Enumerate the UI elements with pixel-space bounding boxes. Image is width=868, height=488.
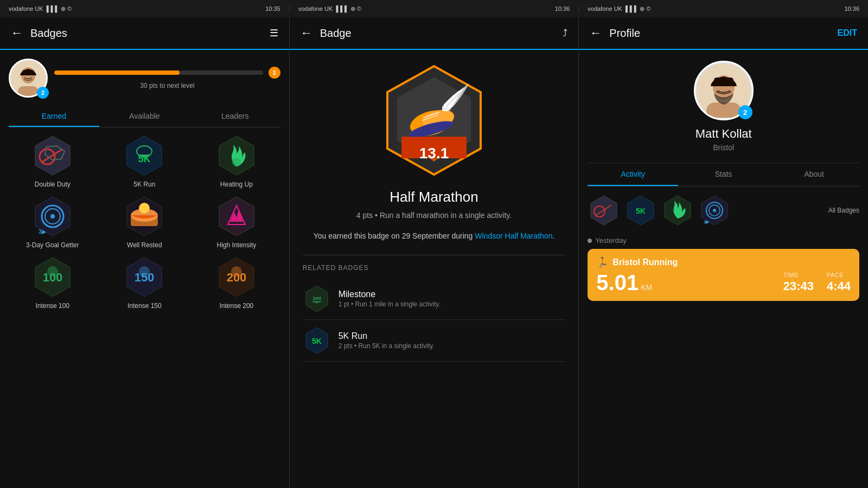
time-label: TIME	[783, 272, 799, 278]
badge-high-intensity-label: High Intensity	[217, 241, 257, 249]
badge-earned-text: You earned this badge on 29 September du…	[314, 230, 555, 242]
time-3: 10:36	[844, 5, 859, 12]
svg-rect-2	[18, 86, 39, 96]
svg-point-27	[47, 266, 58, 277]
badge-double-duty[interactable]: Double Duty	[9, 134, 97, 188]
distance-value: 5.01	[596, 272, 639, 293]
distance-stat: 5.01 KM	[596, 272, 652, 293]
profile-level-badge: 2	[738, 105, 752, 119]
profile-badge-1[interactable]	[588, 194, 620, 227]
activity-section: Yesterday 🏃 Bristol Running 5.01 KM	[588, 234, 859, 301]
badge-3day-goal[interactable]: 3▶ 3-Day Goal Getter	[9, 195, 97, 249]
related-5k-pts: 2 pts • Run 5K in a single activity.	[339, 342, 435, 350]
pace-value: 4:44	[827, 279, 851, 293]
badge-double-duty-label: Double Duty	[35, 181, 71, 188]
svg-point-14	[232, 158, 241, 166]
badges-profile-summary: 2 3 30 pts to next level	[9, 59, 280, 98]
activity-card-header: 🏃 Bristol Running	[596, 256, 851, 268]
badge-3day-label: 3-Day Goal Getter	[26, 241, 79, 249]
profile-badge-4[interactable]: 3▶	[698, 194, 731, 227]
filter-icon[interactable]: ☰	[270, 27, 278, 39]
progress-section: 3 30 pts to next level	[54, 67, 280, 89]
all-badges-link[interactable]: All Badges	[828, 207, 859, 214]
profile-location: Bristol	[713, 143, 734, 152]
badge-intense-100-label: Intense 100	[35, 302, 69, 310]
user-level-badge: 2	[37, 87, 49, 99]
badges-screen: ← Badges ☰	[0, 17, 290, 488]
badge-detail-panel: 13.1 Half Marathon	[290, 50, 579, 488]
edit-button[interactable]: EDIT	[838, 28, 857, 38]
badge-heating-up-label: Heating Up	[220, 181, 253, 188]
badge-high-intensity[interactable]: High Intensity	[193, 195, 280, 249]
svg-point-23	[139, 203, 150, 214]
badge-detail-header: ← Badge ⤴	[290, 17, 579, 50]
profile-tab-about[interactable]: About	[769, 163, 859, 186]
badges-back-button[interactable]: ←	[11, 26, 23, 40]
svg-text:3▶: 3▶	[39, 229, 47, 235]
badge-intense-200-label: Intense 200	[220, 302, 254, 310]
activity-card[interactable]: 🏃 Bristol Running 5.01 KM TIME 23:43	[588, 249, 859, 301]
profile-badge-3[interactable]	[661, 194, 694, 227]
badge-intense-200[interactable]: 200 Intense 200	[193, 255, 280, 310]
status-bar: vodafone UK ▌▌▌ ⊕ © 10:35 vodafone UK ▌▌…	[0, 0, 868, 17]
related-milestone-icon: 1mi	[303, 285, 331, 313]
pace-stat: PACE 4:44	[827, 272, 851, 293]
time-stat: TIME 23:43	[783, 272, 814, 293]
badge-heating-up[interactable]: Heating Up	[193, 134, 280, 188]
profile-name: Matt Kollat	[695, 127, 752, 141]
svg-marker-24	[219, 197, 254, 236]
profile-badge-2[interactable]: 5K	[624, 194, 657, 227]
svg-text:5K: 5K	[312, 337, 322, 345]
stats-side: TIME 23:43 PACE 4:44	[783, 272, 851, 293]
badge-well-rested[interactable]: Well Rested	[101, 195, 189, 249]
badge-detail-back-button[interactable]: ←	[301, 26, 312, 40]
windsor-link[interactable]: Windsor Half Marathon	[475, 232, 552, 240]
profile-back-button[interactable]: ←	[590, 26, 602, 40]
distance-unit: KM	[641, 283, 652, 292]
badge-5k-run[interactable]: 5K 5K Run	[101, 134, 189, 188]
badges-header: ← Badges ☰	[0, 17, 289, 50]
activity-card-title: Bristol Running	[612, 258, 678, 267]
related-milestone-info: Milestone 1 pt • Run 1 mile in a single …	[339, 290, 441, 308]
badge-main-image: 13.1	[374, 61, 494, 180]
badge-detail-screen: ← Badge ⤴ 13.1	[290, 17, 579, 488]
carrier-1: vodafone UK ▌▌▌ ⊕ ©	[9, 5, 72, 12]
badge-intense-100[interactable]: 100 Intense 100	[9, 255, 97, 310]
progress-bar-fill	[54, 70, 180, 75]
svg-text:13.1: 13.1	[419, 145, 449, 162]
yesterday-label: Yesterday	[588, 236, 859, 245]
badge-name-title: Half Marathon	[390, 189, 478, 206]
activity-stats: 5.01 KM TIME 23:43 PACE 4:44	[596, 272, 851, 293]
carrier-2: vodafone UK ▌▌▌ ⊕ ©	[298, 5, 361, 12]
badge-intense-150[interactable]: 150 Intense 150	[101, 255, 189, 310]
badges-avatar-wrapper: 2	[9, 59, 48, 98]
yesterday-dot	[588, 239, 592, 243]
next-level-badge: 3	[269, 67, 280, 79]
badge-5k-label: 5K Run	[133, 181, 155, 188]
pts-to-next: 30 pts to next level	[54, 82, 280, 89]
badge-description: 4 pts • Run a half marathon in a single …	[356, 210, 512, 221]
related-badge-milestone[interactable]: 1mi Milestone 1 pt • Run 1 mile in a sin…	[303, 278, 566, 320]
badge-well-rested-label: Well Rested	[127, 241, 162, 249]
profile-title: Profile	[609, 27, 837, 40]
badge-detail-title: Badge	[320, 27, 558, 40]
share-icon[interactable]: ⤴	[563, 28, 567, 39]
profile-avatar-wrapper: 2	[694, 61, 754, 120]
tab-available[interactable]: Available	[99, 106, 190, 127]
tab-earned[interactable]: Earned	[9, 106, 99, 127]
tab-leaders[interactable]: Leaders	[190, 106, 280, 127]
progress-bar-bg	[54, 70, 263, 75]
svg-text:5K: 5K	[636, 207, 646, 215]
related-5k-name: 5K Run	[339, 331, 435, 341]
related-5k-info: 5K Run 2 pts • Run 5K in a single activi…	[339, 331, 435, 350]
svg-point-63	[713, 209, 716, 212]
related-badge-5k[interactable]: 5K 5K Run 2 pts • Run 5K in a single act…	[303, 320, 566, 362]
profile-tab-stats[interactable]: Stats	[678, 163, 769, 186]
related-5k-icon: 5K	[303, 326, 331, 355]
screens-container: ← Badges ☰	[0, 17, 868, 488]
badge-grid: Double Duty 5K 5K Run	[9, 134, 280, 310]
svg-text:1mi: 1mi	[312, 296, 321, 301]
profile-tab-activity[interactable]: Activity	[588, 163, 678, 186]
badge-intense-150-label: Intense 150	[127, 302, 162, 310]
svg-point-18	[50, 214, 55, 219]
